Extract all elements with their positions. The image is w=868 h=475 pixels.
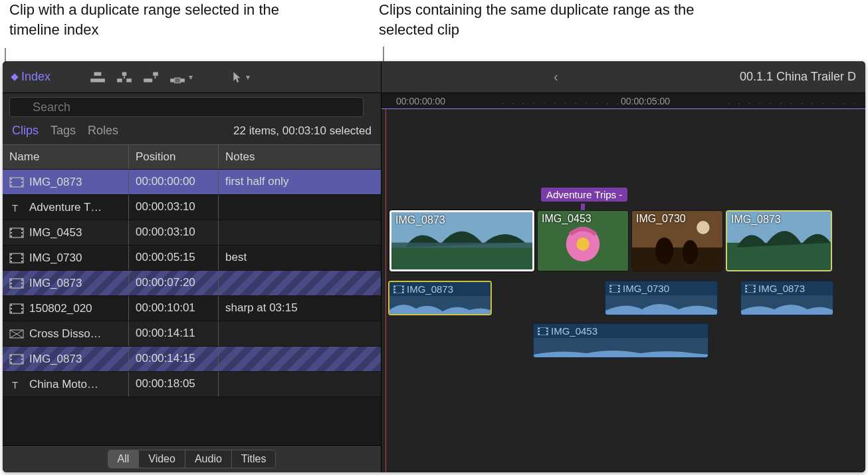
svg-rect-12 — [11, 185, 12, 186]
audio-clip-label: IMG_0873 — [758, 283, 805, 294]
filter-titles[interactable]: Titles — [232, 450, 276, 468]
title-clip[interactable]: Adventure Trips - — [541, 188, 627, 202]
filter-audio[interactable]: Audio — [185, 450, 232, 468]
svg-rect-73 — [402, 291, 403, 293]
table-row[interactable]: IMG_045300:00:03:10 — [3, 220, 381, 245]
film-icon — [538, 327, 548, 335]
trans-icon — [9, 329, 24, 339]
timeline-body[interactable]: Adventure Trips - IMG_0873 IMG_0453 — [381, 109, 865, 472]
ruler-tick: 00:00:05:00 — [621, 96, 670, 106]
table-header: Name Position Notes — [3, 144, 381, 170]
svg-rect-80 — [618, 291, 619, 292]
audio-clip[interactable]: IMG_0453 — [533, 323, 708, 358]
svg-rect-11 — [11, 182, 12, 183]
table-row[interactable]: IMG_087300:00:07:20 — [3, 271, 381, 296]
chevron-down-icon[interactable]: ▾ — [246, 73, 250, 82]
clip-name: IMG_0873 — [29, 176, 82, 189]
marker[interactable] — [581, 204, 585, 210]
search-row: 🔍︎▾ — [3, 93, 381, 120]
audio-clip-label: IMG_0453 — [551, 325, 597, 337]
clip-position: 00:00:18:05 — [136, 377, 195, 390]
svg-rect-78 — [618, 285, 619, 287]
ruler-dots: . . . . . . . . . . . . . . . . — [727, 96, 865, 109]
svg-rect-44 — [21, 311, 23, 313]
table-row[interactable]: IMG_087300:00:14:15 — [3, 347, 381, 372]
svg-rect-10 — [11, 178, 12, 180]
table-row[interactable]: IMG_087300:00:00:00first half only — [3, 170, 381, 195]
tab-tags[interactable]: Tags — [51, 124, 76, 138]
audio-clip[interactable]: IMG_0730 — [605, 281, 718, 315]
film-icon — [393, 285, 404, 293]
svg-rect-26 — [11, 257, 12, 259]
video-clip-selected[interactable]: IMG_0873 — [389, 210, 534, 271]
back-chevron-icon[interactable]: ‹ — [381, 69, 730, 84]
tab-roles[interactable]: Roles — [88, 124, 118, 138]
svg-rect-76 — [610, 288, 611, 289]
clip-position: 00:00:07:20 — [136, 276, 195, 289]
clip-position: 00:00:03:10 — [136, 200, 195, 213]
table-row[interactable]: IMG_073000:00:05:15best — [3, 245, 381, 271]
clip-name: Cross Disso… — [29, 327, 102, 341]
search-input[interactable] — [9, 97, 364, 117]
svg-rect-15 — [21, 185, 23, 186]
svg-text:T: T — [12, 379, 18, 390]
svg-rect-29 — [21, 257, 23, 259]
svg-rect-37 — [21, 286, 23, 287]
video-clip[interactable]: IMG_0453 — [537, 210, 629, 271]
film-icon — [9, 177, 24, 188]
clip-label: IMG_0453 — [542, 213, 592, 225]
svg-rect-34 — [11, 286, 12, 287]
svg-rect-47 — [11, 355, 12, 357]
svg-rect-42 — [21, 305, 23, 306]
film-icon — [9, 253, 24, 263]
svg-rect-49 — [11, 362, 12, 363]
svg-rect-61 — [632, 247, 722, 271]
column-header-name[interactable]: Name — [3, 145, 129, 169]
svg-rect-87 — [754, 291, 755, 292]
tab-clips[interactable]: Clips — [12, 124, 39, 138]
clip-position: 00:00:10:01 — [136, 301, 195, 314]
clip-name: IMG_0873 — [29, 277, 82, 290]
svg-rect-8 — [175, 78, 181, 83]
column-header-position[interactable]: Position — [129, 145, 219, 169]
audio-clip-header: IMG_0453 — [534, 324, 708, 338]
append-clip-icon[interactable] — [142, 71, 160, 84]
film-icon — [745, 285, 756, 293]
svg-rect-77 — [610, 291, 611, 292]
connect-clip-icon[interactable] — [89, 71, 106, 84]
video-clip-duplicate[interactable]: IMG_0873 — [726, 210, 832, 271]
svg-rect-32 — [11, 279, 12, 281]
svg-rect-33 — [11, 283, 12, 284]
svg-point-62 — [655, 238, 673, 264]
audio-clip[interactable]: IMG_0873 — [740, 281, 833, 315]
index-toolbar: Index ▾ ▾ — [3, 61, 381, 93]
column-header-notes[interactable]: Notes — [219, 145, 381, 169]
filter-all[interactable]: All — [108, 450, 140, 468]
svg-rect-40 — [11, 308, 12, 309]
chevron-down-icon[interactable]: ▾ — [189, 73, 193, 82]
playhead[interactable] — [385, 109, 386, 472]
clip-name: China Moto… — [29, 378, 98, 391]
filter-video[interactable]: Video — [139, 450, 185, 468]
timecode-ruler[interactable]: 00:00:00:00 . . . . . . . . . . . . . . … — [381, 93, 865, 109]
svg-rect-35 — [21, 279, 23, 281]
table-row[interactable]: TAdventure T…00:00:03:10 — [3, 195, 381, 220]
audio-clip-duplicate[interactable]: IMG_0873 — [388, 281, 492, 315]
pointer-tool-icon[interactable] — [231, 71, 243, 84]
film-icon — [9, 354, 24, 365]
insert-clip-icon[interactable] — [116, 71, 133, 84]
table-row[interactable]: 150802_02000:00:10:01sharp at 03:15 — [3, 296, 381, 321]
clip-name: 150802_020 — [29, 302, 92, 315]
svg-rect-84 — [746, 291, 747, 292]
table-row[interactable]: TChina Moto…00:00:18:05 — [3, 372, 381, 397]
svg-rect-79 — [618, 288, 619, 289]
overwrite-clip-icon[interactable] — [169, 71, 186, 84]
table-row[interactable]: Cross Disso…00:00:14:11 — [3, 321, 381, 347]
svg-rect-89 — [538, 328, 540, 329]
svg-rect-36 — [21, 283, 23, 284]
svg-rect-94 — [546, 333, 548, 335]
waveform — [741, 296, 833, 315]
index-button[interactable]: Index — [12, 70, 51, 84]
video-clip[interactable]: IMG_0730 — [631, 210, 723, 271]
app-window: Index ▾ ▾ 🔍︎▾ — [3, 61, 865, 472]
